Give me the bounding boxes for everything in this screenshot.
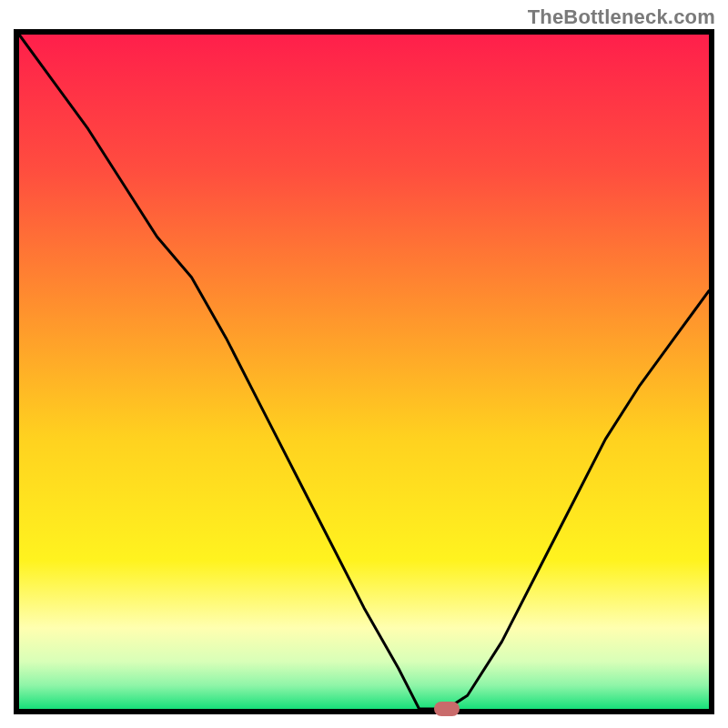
- watermark-text: TheBottleneck.com: [528, 5, 715, 29]
- optimal-point-marker: [434, 702, 460, 716]
- bottleneck-chart: [0, 0, 728, 728]
- chart-container: TheBottleneck.com: [0, 0, 728, 728]
